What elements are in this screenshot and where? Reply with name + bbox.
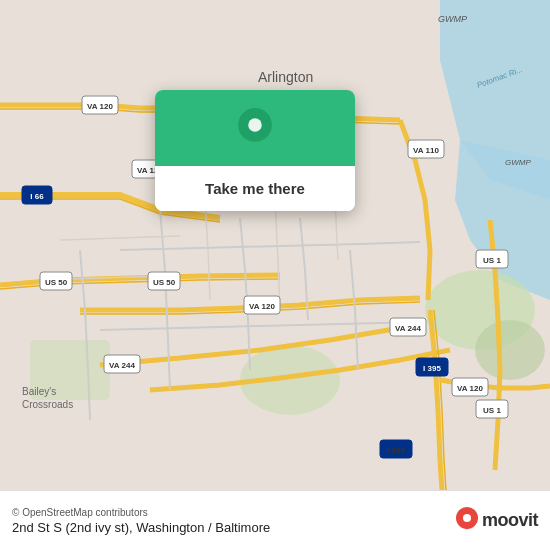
svg-text:VA 120: VA 120 bbox=[87, 102, 113, 111]
svg-text:VA 244: VA 244 bbox=[109, 361, 135, 370]
moovit-logo: moovit bbox=[456, 507, 538, 535]
address-text: 2nd St S (2nd ivy st), Washington / Balt… bbox=[12, 520, 270, 535]
popup-card: Take me there bbox=[155, 90, 355, 211]
svg-text:VA 110: VA 110 bbox=[413, 146, 439, 155]
moovit-text: moovit bbox=[482, 510, 538, 531]
svg-point-2 bbox=[475, 320, 545, 380]
moovit-pin-icon bbox=[456, 507, 478, 535]
svg-text:VA 120: VA 120 bbox=[249, 302, 275, 311]
svg-text:VA 120: VA 120 bbox=[457, 384, 483, 393]
svg-point-42 bbox=[463, 514, 471, 522]
svg-text:Bailey's: Bailey's bbox=[22, 386, 56, 397]
svg-text:VA 244: VA 244 bbox=[395, 324, 421, 333]
svg-text:GWMP: GWMP bbox=[438, 14, 467, 24]
map-background: VA 120 I 66 VA 120 VA 110 US 50 US 50 VA… bbox=[0, 0, 550, 490]
popup-header bbox=[155, 90, 355, 166]
bottom-bar: © OpenStreetMap contributors 2nd St S (2… bbox=[0, 490, 550, 550]
location-pin-icon bbox=[233, 108, 277, 152]
svg-point-40 bbox=[248, 118, 262, 132]
svg-text:Arlington: Arlington bbox=[258, 69, 313, 85]
svg-text:I 395: I 395 bbox=[387, 446, 405, 455]
svg-text:Crossroads: Crossroads bbox=[22, 399, 73, 410]
svg-text:I 66: I 66 bbox=[30, 192, 44, 201]
bottom-left-info: © OpenStreetMap contributors 2nd St S (2… bbox=[12, 507, 270, 535]
svg-text:GWMP: GWMP bbox=[505, 158, 531, 167]
svg-text:US 50: US 50 bbox=[45, 278, 68, 287]
map-attribution: © OpenStreetMap contributors bbox=[12, 507, 270, 518]
svg-text:US 50: US 50 bbox=[153, 278, 176, 287]
take-me-there-button[interactable]: Take me there bbox=[155, 166, 355, 211]
svg-text:US 1: US 1 bbox=[483, 406, 501, 415]
svg-text:I 395: I 395 bbox=[423, 364, 441, 373]
map-container: VA 120 I 66 VA 120 VA 110 US 50 US 50 VA… bbox=[0, 0, 550, 490]
svg-text:US 1: US 1 bbox=[483, 256, 501, 265]
